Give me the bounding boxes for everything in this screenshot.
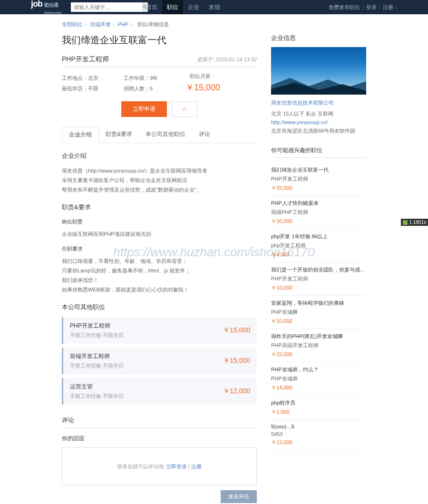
company-image	[271, 47, 366, 95]
search-input[interactable]	[71, 2, 142, 12]
crumb-all[interactable]: 全部职位	[62, 21, 83, 27]
req-title: 职责&要求	[62, 203, 257, 212]
comment-login[interactable]: 立即登录	[166, 464, 187, 469]
tab-intro[interactable]: 企业介绍	[62, 126, 99, 143]
recommend-item[interactable]: php程序员￥2,000	[271, 396, 366, 420]
rec-title: 安家蓝翔，等待程序猿们的青睐	[271, 300, 366, 307]
rec-price: ￥14,000	[271, 384, 366, 391]
rec-sub: PHP开发工程师	[271, 275, 366, 282]
other-job-item[interactable]: 运营主管不限工作经验 不限学历￥12,000	[62, 378, 257, 405]
update-time: 更新于: 2015-01-14 13:32	[197, 56, 257, 63]
rec-title: PHP攻城师，约么？	[271, 366, 366, 373]
job-title: PHP开发工程师	[62, 55, 109, 64]
intro-p2: 采用五要素卡描绘客户公司，帮助企业走在互联网前沿	[62, 175, 257, 185]
rec-sub: 高级PHP工程师	[271, 209, 366, 216]
recommend-item[interactable]: 我们是一个开放的创业团队，你参与感，都任性，…PHP开发工程师￥10,000	[271, 262, 366, 296]
recommend-item[interactable]: PHP攻城师，约么？PHP攻城师￥14,000	[271, 362, 366, 396]
comment-area: 登录后就可以评论啦 立即登录 | 注册	[62, 447, 257, 485]
comment-register[interactable]: 注册	[191, 464, 202, 469]
mountain-icon	[271, 76, 366, 95]
education: 最低学历：不限	[62, 83, 124, 94]
others-title: 本公司其他职位	[62, 303, 257, 311]
recommend-item[interactable]: 安家蓝翔，等待程序猿们的青睐PHP攻城狮￥10,000	[271, 296, 366, 329]
job-item-salary: ￥15,000	[223, 357, 250, 365]
nav-jobs[interactable]: 职位	[162, 0, 183, 14]
rec-title: php开发 1年经验 8k以上	[271, 233, 366, 240]
job-item-meta: 不限工作经验 不限学历	[70, 332, 124, 339]
req-p4: 我们就来找您！	[62, 275, 257, 285]
rec-sub: PHP开发工程师	[271, 175, 366, 183]
company-name[interactable]: 用友优普信息技术有限公司	[271, 99, 366, 107]
logo-text: job	[31, 0, 42, 9]
nav-home[interactable]: 首页	[141, 0, 162, 14]
salary-label: 职位月薪：	[185, 73, 220, 80]
tabs: 企业介绍 职责&要求 本公司其他职位 评论	[62, 126, 257, 143]
experience: 工作年限：3年	[124, 73, 185, 83]
comment-label: 你的回应	[62, 435, 257, 443]
favorite-button[interactable]: ☆	[172, 101, 197, 117]
job-item-meta: 不限工作经验 不限学历	[70, 362, 124, 369]
register-link[interactable]: 注册	[381, 4, 395, 11]
logo[interactable]: job 图伯通 tong.com	[31, 0, 61, 15]
other-job-item[interactable]: PHP开发工程师不限工作经验 不限学历￥15,000	[62, 317, 257, 344]
rec-price: ￥15,000	[271, 351, 366, 358]
headcount: 招聘人数：5	[124, 83, 185, 94]
rec-title: 5(ооо)…5	[271, 424, 366, 429]
tab-others[interactable]: 本公司其他职位	[139, 126, 192, 143]
intro-p1: 用友优普（http://www.yonyouup.cn/）是企业互联网应用领导者	[62, 166, 257, 175]
rec-price: ￥13,000	[271, 439, 366, 446]
recommend-item[interactable]: PHP人才快到碗里来高级PHP工程师￥10,000	[271, 196, 366, 229]
intro-title: 企业介绍	[62, 152, 257, 160]
nav-company[interactable]: 企业	[183, 0, 204, 14]
rec-sub: PHP攻城狮	[271, 309, 366, 316]
req-p3: 只要你Lamp玩的好，服务器果不错，Html、js 就更伴；	[62, 266, 257, 275]
login-link[interactable]: 登录	[365, 4, 378, 11]
rec-sub: 5453	[271, 431, 366, 437]
crumb-backend[interactable]: 后端开发	[90, 21, 111, 27]
comments-title: 评论	[62, 416, 257, 428]
recommend-item[interactable]: php开发 1年经验 8k以上php开发工程师￥8,000	[271, 229, 366, 262]
apply-button[interactable]: 立即申请	[121, 101, 167, 117]
job-item-meta: 不限工作经验 不限学历	[70, 393, 124, 400]
breadcrumb: 全部职位› 后端开发› PHP› 职位详细信息	[62, 19, 366, 34]
salary-value: ￥15,000	[185, 82, 220, 93]
rec-price: ￥10,000	[271, 218, 366, 225]
comment-hint: 登录后就可以评论啦 立即登录 | 注册	[117, 463, 201, 470]
rec-title: 我们缔造企业互联富一代	[271, 166, 366, 174]
rec-price: ￥2,000	[271, 408, 366, 416]
rec-price: ￥8,000	[271, 251, 366, 258]
recommend-title: 你可能感兴趣的职位	[271, 146, 366, 158]
company-title: 企业信息	[271, 34, 366, 42]
logo-domain: tong.com	[44, 10, 61, 15]
req-sub2: 任职要求	[62, 245, 257, 252]
nav: 首页 职位 企业 发现	[141, 0, 225, 14]
req-p5: 如果你熟悉WEB框架，那就更是我们心心仪的对象啦！	[62, 285, 257, 294]
logo-sub: 图伯通	[44, 2, 58, 8]
company-url[interactable]: http://www.yonyouup.cn/	[271, 118, 366, 126]
other-job-item[interactable]: 前端开发工程师不限工作经验 不限学历￥15,000	[62, 348, 257, 374]
recommend-item[interactable]: 屌炸天的PHP(骑瓦)开发攻城狮PHP高级开发工程师￥15,000	[271, 329, 366, 362]
tab-req[interactable]: 职责&要求	[99, 126, 139, 143]
req-sub1: 岗位职责	[62, 218, 257, 225]
job-item-salary: ￥15,000	[223, 326, 250, 335]
job-item-name: PHP开发工程师	[70, 322, 124, 330]
rec-title: php程序员	[271, 399, 366, 407]
intro-p3: 帮用友和不断提升管理及运营优势，成就"数据驱动的企业"。	[62, 185, 257, 194]
perf-badge: 1.1801s	[401, 219, 428, 226]
post-job-link[interactable]: 免费发布职位	[327, 4, 361, 11]
rec-title: 我们是一个开放的创业团队，你参与感，都任性，…	[271, 266, 366, 273]
rec-title: 屌炸天的PHP(骑瓦)开发攻城狮	[271, 333, 366, 340]
job-item-name: 运营主管	[70, 383, 124, 391]
rec-sub: PHP高级开发工程师	[271, 342, 366, 349]
crumb-current: 职位详细信息	[137, 21, 169, 27]
tab-comments[interactable]: 评论	[192, 126, 217, 143]
crumb-php[interactable]: PHP	[117, 21, 128, 27]
rec-price: ￥10,000	[271, 318, 366, 325]
submit-comment-button[interactable]: 发表评论	[221, 490, 257, 503]
job-item-salary: ￥12,000	[223, 387, 250, 396]
recommend-item[interactable]: 我们缔造企业互联富一代PHP开发工程师￥15,000	[271, 163, 366, 196]
header-right: 免费发布职位 | 登录 | 注册 |	[327, 4, 397, 11]
rec-price: ￥10,000	[271, 284, 366, 291]
nav-discover[interactable]: 发现	[204, 0, 225, 14]
recommend-item[interactable]: 5(ооо)…55453￥13,000	[271, 420, 366, 450]
